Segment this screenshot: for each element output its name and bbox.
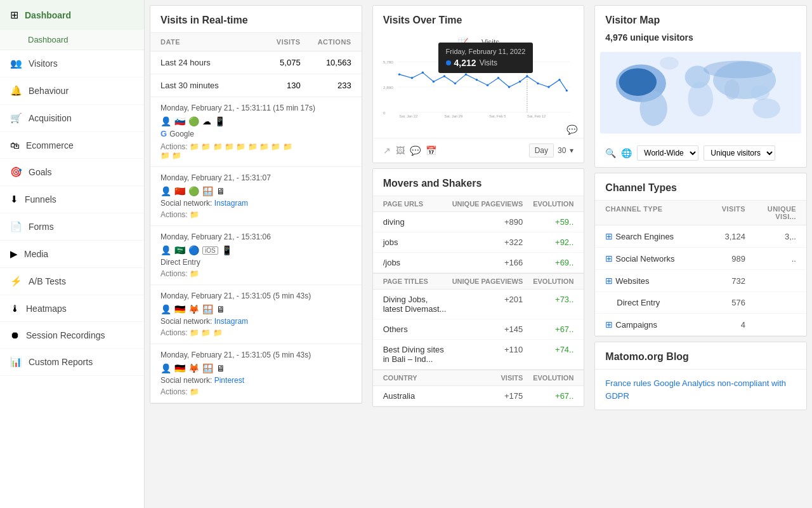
sidebar-item-custom-reports[interactable]: 📊 Custom Reports bbox=[0, 349, 144, 376]
sidebar-item-session-recordings[interactable]: ⏺ Session Recordings bbox=[0, 322, 144, 349]
sidebar-item-heatmaps[interactable]: 🌡 Heatmaps bbox=[0, 295, 144, 322]
image-icon[interactable]: 🖼 bbox=[396, 145, 405, 156]
sidebar-item-abtests[interactable]: ⚡ A/B Tests bbox=[0, 268, 144, 295]
calendar-icon[interactable]: 📅 bbox=[426, 145, 436, 156]
expand-websites[interactable]: ⊞ bbox=[605, 276, 613, 286]
sidebar-item-visitors[interactable]: 👥 Visitors bbox=[0, 50, 144, 77]
sidebar-item-dashboard[interactable]: ⊞ Dashboard bbox=[0, 0, 144, 30]
blog-link[interactable]: France rules Google Analytics non-compli… bbox=[595, 370, 806, 410]
tooltip-date: Friday, February 11, 2022 bbox=[446, 48, 526, 55]
svg-point-34 bbox=[753, 98, 781, 119]
map-search-icon[interactable]: 🔍 bbox=[605, 148, 616, 158]
movers-col1-header-2: PAGE TITLES bbox=[383, 277, 447, 285]
instagram-link-1[interactable]: Instagram bbox=[214, 199, 248, 208]
visit-block-2: Monday, February 21, - 15:31:07 👤 🇨🇳 🟢 🪟… bbox=[150, 167, 362, 226]
mover-title-1: Diving Jobs, latest Divemast... bbox=[383, 295, 447, 314]
visit-time-4: Monday, February 21, - 15:31:05 (5 min 4… bbox=[160, 291, 351, 300]
media-icon: ▶ bbox=[10, 248, 18, 260]
share-icon[interactable]: ↗ bbox=[383, 145, 391, 156]
svg-point-18 bbox=[486, 84, 488, 86]
sidebar-item-behaviour[interactable]: 🔔 Behaviour bbox=[0, 77, 144, 105]
channel-visits-3: 732 bbox=[695, 276, 745, 286]
channel-types-panel: Channel Types CHANNEL TYPE VISITS UNIQUE… bbox=[594, 173, 807, 337]
channel-visits-4: 576 bbox=[695, 298, 745, 307]
channel-visits-5: 4 bbox=[695, 320, 745, 330]
movers-col2-header-3: VISITS bbox=[447, 374, 523, 382]
firefox-icon: 🦊 bbox=[188, 304, 199, 314]
comment-icon[interactable]: 💬 bbox=[566, 124, 577, 135]
sidebar-item-acquisition[interactable]: 🛒 Acquisition bbox=[0, 105, 144, 132]
sidebar-sub-dashboard[interactable]: Dashboard bbox=[0, 30, 144, 50]
mover-pv-3: +166 bbox=[447, 258, 523, 267]
svg-point-11 bbox=[410, 77, 412, 79]
visit-block-1: Monday, February 21, - 15:31:11 (15 min … bbox=[150, 97, 362, 167]
map-metric-select[interactable]: Unique visitors bbox=[704, 145, 775, 161]
mover-country-1: Australia bbox=[383, 391, 447, 401]
svg-point-32 bbox=[688, 81, 714, 116]
heatmaps-icon: 🌡 bbox=[10, 303, 20, 314]
svg-point-35 bbox=[619, 68, 657, 96]
map-globe-icon[interactable]: 🌐 bbox=[621, 148, 632, 158]
map-region-select[interactable]: World-Wide bbox=[637, 145, 698, 161]
pinterest-link[interactable]: Pinterest bbox=[214, 376, 244, 385]
svg-point-37 bbox=[704, 61, 773, 79]
col-actions: ACTIONS bbox=[301, 38, 351, 46]
sidebar-item-media[interactable]: ▶ Media bbox=[0, 241, 144, 268]
desktop-icon-2: 🖥 bbox=[216, 304, 225, 314]
svg-point-15 bbox=[454, 83, 455, 84]
channel-col3: UNIQUE VISI... bbox=[745, 205, 796, 220]
mover-title-pv-1: +201 bbox=[447, 295, 523, 314]
flag-si: 🇸🇮 bbox=[174, 116, 185, 126]
expand-campaigns[interactable]: ⊞ bbox=[605, 319, 613, 330]
row-24h-label: Last 24 hours bbox=[160, 58, 256, 67]
mover-url-1: diving bbox=[383, 217, 447, 227]
svg-point-14 bbox=[443, 75, 445, 77]
svg-point-36 bbox=[660, 57, 679, 70]
channel-type-3: Websites bbox=[615, 276, 649, 286]
ecommerce-icon: 🛍 bbox=[10, 140, 20, 150]
realtime-panel: Visits in Real-time DATE VISITS ACTIONS … bbox=[150, 5, 362, 404]
row-30m-visits: 130 bbox=[256, 81, 301, 90]
sidebar-item-funnels[interactable]: ⬇ Funnels bbox=[0, 186, 144, 213]
channel-type-4: Direct Entry bbox=[605, 298, 695, 307]
google-label: Google bbox=[169, 130, 194, 138]
comment-btn-icon[interactable]: 💬 bbox=[410, 145, 421, 156]
sidebar-item-goals[interactable]: 🎯 Goals bbox=[0, 159, 144, 186]
col-date: DATE bbox=[160, 38, 256, 46]
overtime-panel: Visits Over Time 📈 — Visits 5,780 2,890 … bbox=[372, 5, 585, 163]
visit-time-5: Monday, February 21, - 15:31:05 (5 min 4… bbox=[160, 351, 351, 359]
channel-type-1: Search Engines bbox=[615, 232, 674, 241]
google-icon: G bbox=[160, 129, 167, 138]
desktop-icon: 🖥 bbox=[216, 186, 225, 196]
abtests-icon: ⚡ bbox=[10, 276, 22, 287]
instagram-link-2[interactable]: Instagram bbox=[214, 317, 248, 326]
svg-text:5,780: 5,780 bbox=[383, 60, 393, 64]
expand-social-networks[interactable]: ⊞ bbox=[605, 253, 613, 264]
visit-time-3: Monday, February 21, - 15:31:06 bbox=[160, 232, 351, 241]
mover-url-3: /jobs bbox=[383, 258, 447, 267]
visit-time-1: Monday, February 21, - 15:31:11 (15 min … bbox=[160, 104, 351, 112]
sidebar-item-forms[interactable]: 📄 Forms bbox=[0, 213, 144, 241]
blog-panel: Matomo.org Blog France rules Google Anal… bbox=[594, 342, 807, 410]
windows-icon-3: 🪟 bbox=[202, 363, 213, 373]
mover-pv-1: +890 bbox=[447, 217, 523, 227]
mover-title-2: Others bbox=[383, 324, 447, 334]
safari-icon: 🔵 bbox=[188, 245, 199, 255]
svg-text:Sat, Feb 5: Sat, Feb 5 bbox=[489, 114, 506, 118]
movers-col1-header-3: COUNTRY bbox=[383, 374, 447, 382]
movers-col1-header-1: PAGE URLS bbox=[383, 200, 447, 208]
svg-point-25 bbox=[558, 79, 560, 81]
channel-type-5: Campaigns bbox=[615, 320, 657, 330]
mover-ev-2: +92.. bbox=[523, 237, 573, 247]
range-dropdown[interactable]: ▾ bbox=[570, 146, 573, 155]
visit-time-2: Monday, February 21, - 15:31:07 bbox=[160, 173, 351, 182]
world-map-svg bbox=[600, 45, 801, 140]
blog-title: Matomo.org Blog bbox=[595, 342, 806, 370]
chrome-icon: 🟢 bbox=[188, 116, 199, 126]
chart-tooltip: Friday, February 11, 2022 4,212 Visits bbox=[438, 43, 534, 73]
svg-text:2,890: 2,890 bbox=[383, 85, 393, 90]
expand-search-engines[interactable]: ⊞ bbox=[605, 231, 613, 241]
movers-title: Movers and Shakers bbox=[373, 169, 584, 196]
sidebar-item-ecommerce[interactable]: 🛍 Ecommerce bbox=[0, 132, 144, 159]
period-label[interactable]: Day bbox=[529, 144, 554, 157]
